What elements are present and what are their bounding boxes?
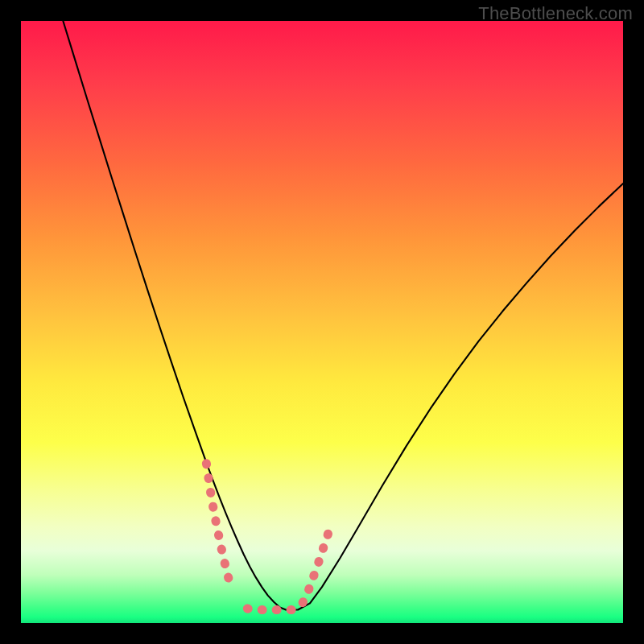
highlight-bottom-segment — [247, 609, 298, 609]
highlight-left-segment — [206, 464, 230, 586]
chart-frame: TheBottleneck.com — [0, 0, 644, 644]
chart-curve — [63, 21, 623, 610]
highlight-right-segment — [303, 523, 332, 603]
chart-canvas — [21, 21, 623, 623]
plot-area — [21, 21, 623, 623]
